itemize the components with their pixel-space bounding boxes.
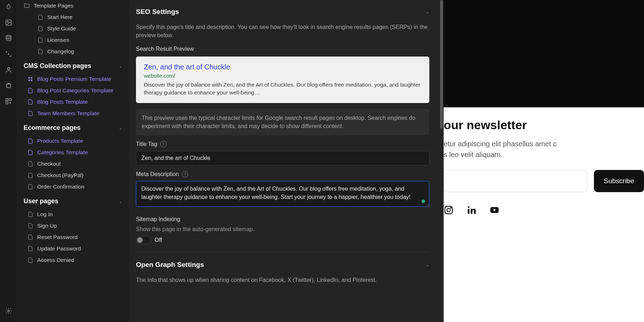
divider [136,252,429,252]
image-icon[interactable] [5,19,13,26]
sidebar-item-label: Blog Posts Premium Template [37,76,111,82]
section-title: User pages [24,197,58,205]
meta-description-input[interactable] [136,181,429,207]
seo-description: Specify this page's title and descriptio… [136,23,429,39]
svg-point-12 [468,206,470,208]
newsletter-body: etur adipiscing elit phasellus amet cs l… [444,138,644,160]
section-title: CMS Collection pages [24,62,91,70]
sidebar-item-checkout[interactable]: Checkout [17,158,129,170]
sidebar-item-update-password[interactable]: Update Password [17,243,129,254]
droplet-icon[interactable] [5,3,13,11]
apps-icon[interactable] [5,97,13,105]
subscribe-button[interactable]: Subscribe [594,170,644,192]
settings-panel: SEO Settings ⌄ Specify this page's title… [129,0,444,322]
sidebar-item-label: Licenses [47,37,69,43]
sidebar-item-label: Update Password [37,245,81,252]
sidebar-item-label: Changelog [47,48,74,55]
sidebar-item-label: Blog Posts Template [37,99,88,105]
instagram-icon[interactable] [444,205,454,215]
chevron-down-icon: ⌄ [119,64,122,69]
sidebar-item-checkout-paypal[interactable]: Checkout (PayPal) [17,170,129,181]
sitemap-desc: Show this page in the auto-generated sit… [136,226,429,233]
title-tag-label: Title Tag [136,141,157,147]
cms-section-header[interactable]: CMS Collection pages ⌄ [17,57,129,73]
sidebar-item-team-members[interactable]: Team Members Template [17,108,129,119]
search-preview-label: Search Result Preview [136,46,429,52]
page-icon [27,138,34,144]
sidebar-item-label: Sign Up [37,223,57,229]
svg-rect-4 [6,99,8,101]
page-icon [27,161,34,167]
og-section-header[interactable]: Open Graph Settings ⌄ [136,257,429,272]
preview-note: This preview uses the typical character … [136,109,429,135]
template-pages-folder[interactable]: Template Pages [17,0,129,11]
newsletter-email-input[interactable] [444,170,587,192]
sidebar-item-signup[interactable]: Sign Up [17,220,129,231]
preview-url: website.com/ [144,73,421,79]
search-result-preview: Zen, and the art of Chuckle website.com/… [136,57,429,103]
sidebar-item-label: Checkout [37,161,60,167]
sidebar-item-login[interactable]: Log In [17,209,129,220]
sidebar-item-label: Access Denied [37,257,74,263]
seo-section-header[interactable]: SEO Settings ⌄ [136,4,429,19]
sidebar-item-blog-premium[interactable]: Blog Posts Premium Template [17,73,129,85]
title-tag-input[interactable] [136,151,429,165]
meta-desc-label: Meta Description [136,171,179,177]
sidebar-item-label: Order Confirmation [37,184,84,190]
help-icon[interactable]: ? [160,141,167,147]
sidebar-item-style-guide[interactable]: Style Guide [17,23,129,34]
sidebar-item-label: Checkout (PayPal) [37,172,83,179]
sidebar-item-order-confirmation[interactable]: Order Confirmation [17,181,129,192]
sidebar-item-label: Log In [37,211,53,218]
page-icon [37,14,44,20]
chevron-down-icon: ⌄ [119,199,122,204]
settings-icon[interactable] [5,307,13,315]
svg-point-7 [8,310,9,312]
sidebar-item-access-denied[interactable]: Access Denied [17,254,129,266]
page-icon [37,37,44,43]
sitemap-toggle[interactable] [136,236,150,244]
linkedin-icon[interactable] [467,205,477,215]
sidebar-item-licenses[interactable]: Licenses [17,34,129,46]
left-rail [0,0,17,322]
sidebar-item-label: Reset Password [37,234,78,240]
sidebar-item-start-here[interactable]: Start Here [17,11,129,23]
sidebar-item-categories[interactable]: Categories Template [17,147,129,158]
preview-desc: Discover the joy of balance with Zen, an… [144,81,421,96]
scrollbar[interactable] [440,0,443,322]
variable-icon[interactable] [5,50,13,58]
sidebar-item-label: Style Guide [47,25,76,32]
sidebar-item-changelog[interactable]: Changelog [17,46,129,57]
svg-point-1 [7,21,8,22]
user-icon[interactable] [5,66,13,74]
user-section-header[interactable]: User pages ⌄ [17,192,129,209]
sidebar-item-label: Categories Template [37,149,88,156]
chevron-down-icon: ⌄ [119,126,122,131]
youtube-icon[interactable] [489,205,499,215]
sidebar-item-label: Blog Post Categories Template [37,87,113,94]
database-icon[interactable] [5,34,13,42]
section-title: Ecommerce pages [24,124,80,132]
page-icon [27,257,34,263]
sidebar-item-reset-password[interactable]: Reset Password [17,231,129,243]
toggle-state: Off [155,237,162,243]
svg-rect-11 [468,209,470,214]
shopping-icon[interactable] [5,82,13,89]
sidebar-item-blog-posts[interactable]: Blog Posts Template [17,96,129,108]
sidebar-item-label: Template Pages [34,3,73,9]
canvas-preview: our newsletter etur adipiscing elit phas… [444,0,644,322]
page-icon [37,48,44,55]
svg-point-10 [450,207,451,208]
svg-point-2 [6,35,11,37]
sidebar-item-products[interactable]: Products Template [17,135,129,147]
page-icon [27,223,34,229]
help-icon[interactable]: ? [182,171,188,177]
page-icon [27,149,34,156]
page-icon [27,234,34,240]
page-icon [27,184,34,190]
ecommerce-section-header[interactable]: Ecommerce pages ⌄ [17,119,129,135]
page-icon [27,99,34,105]
sidebar-item-label: Team Members Template [37,110,99,117]
sidebar-item-blog-categories[interactable]: Blog Post Categories Template [17,85,129,96]
svg-rect-5 [9,99,11,101]
